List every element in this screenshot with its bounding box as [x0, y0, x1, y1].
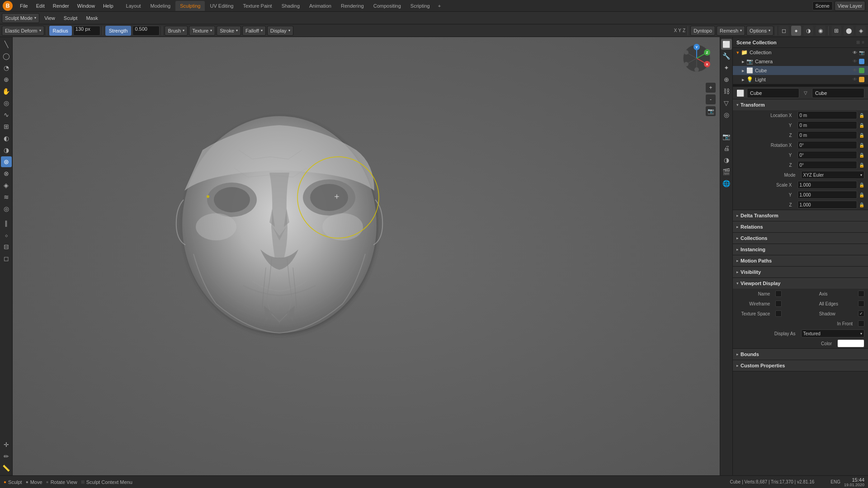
axis-gizmo[interactable]: Y X Z — [681, 42, 712, 74]
texture-dropdown[interactable]: Texture▾ — [189, 26, 215, 36]
relations-header[interactable]: ▸ Relations — [733, 221, 868, 232]
rotation-mode-select[interactable]: XYZ Euler ▾ — [801, 171, 865, 179]
rotation-y-value[interactable]: 0° — [797, 151, 858, 159]
falloff-dropdown[interactable]: Falloff▾ — [242, 26, 266, 36]
transform-header[interactable]: ▾ Transform — [733, 99, 868, 110]
viewport-shading-material[interactable]: ◑ — [803, 26, 813, 36]
prop-modifier-tab[interactable]: 🔧 — [721, 51, 732, 61]
prop-output-tab[interactable]: 🖨 — [721, 143, 732, 154]
axis-checkbox[interactable] — [858, 291, 864, 297]
tab-modeling[interactable]: Modeling — [146, 1, 175, 11]
radius-label[interactable]: Radius — [49, 26, 72, 36]
prop-view-layer-tab[interactable]: ◑ — [721, 155, 732, 165]
tab-animation[interactable]: Animation — [305, 1, 336, 11]
zoom-in-button[interactable]: + — [706, 83, 716, 93]
strength-label[interactable]: Strength — [105, 26, 132, 36]
filter-icon[interactable]: ⊞ — [856, 40, 860, 45]
render-icon[interactable]: 📷 — [859, 50, 864, 55]
scale-y-lock[interactable]: 🔒 — [859, 192, 864, 197]
sculpt-menu[interactable]: Sculpt — [60, 14, 81, 23]
all-edges-checkbox[interactable] — [858, 300, 864, 307]
tool-transform-gizmo[interactable]: ✛ — [1, 439, 12, 450]
scene-name[interactable]: Scene — [812, 1, 833, 10]
tool-fill[interactable]: ⊞ — [1, 121, 12, 132]
tool-snake-hook[interactable]: ◎ — [1, 98, 12, 108]
gizmo-button[interactable]: ⊞ — [831, 26, 841, 36]
tool-thumb[interactable]: ∿ — [1, 109, 12, 120]
display-as-select[interactable]: Textured ▾ — [801, 329, 865, 338]
tool-cloth[interactable]: ≋ — [1, 192, 12, 202]
outline-collection[interactable]: ▾ 📁 Collection 👁 📷 — [733, 48, 868, 57]
tool-pinch[interactable]: ◔ — [1, 62, 12, 73]
in-front-checkbox[interactable] — [858, 320, 864, 327]
tab-sculpting[interactable]: Sculpting — [175, 1, 205, 11]
wireframe-checkbox[interactable] — [775, 300, 782, 307]
tool-pose[interactable]: ⊗ — [1, 168, 12, 179]
prop-scene-tab[interactable]: 🎬 — [721, 166, 732, 177]
scale-x-value[interactable]: 1.000 — [797, 181, 858, 189]
tool-scrape[interactable]: ◐ — [1, 133, 12, 144]
scale-x-lock[interactable]: 🔒 — [859, 183, 864, 188]
mask-menu[interactable]: Mask — [82, 14, 101, 23]
stroke-dropdown[interactable]: Stroke▾ — [217, 26, 241, 36]
tool-lasso-mask[interactable]: ◻ — [1, 253, 12, 264]
cube-vis-icon[interactable]: 👁 — [853, 68, 857, 73]
sculpt-mode-dropdown[interactable]: Sculpt Mode▾ — [2, 13, 39, 23]
viewport-shading-render[interactable]: ◉ — [816, 26, 826, 36]
rotation-z-value[interactable]: 0° — [797, 161, 858, 169]
name-checkbox[interactable] — [775, 291, 782, 297]
instancing-header[interactable]: ▸ Instancing — [733, 244, 868, 255]
menu-render[interactable]: Render — [49, 1, 73, 10]
data-name-field[interactable]: Cube — [812, 88, 864, 98]
bounds-header[interactable]: ▸ Bounds — [733, 349, 868, 360]
motion-paths-header[interactable]: ▸ Motion Paths — [733, 255, 868, 266]
tool-boundary[interactable]: ◈ — [1, 180, 12, 191]
prop-data-tab[interactable]: ▽ — [721, 98, 732, 108]
viewport-shading-solid[interactable]: ● — [791, 26, 801, 36]
tool-mask-draw[interactable]: ∥ — [1, 218, 12, 229]
tab-scripting[interactable]: Scripting — [406, 1, 434, 11]
texture-space-checkbox[interactable] — [775, 310, 782, 317]
location-x-lock[interactable]: 🔒 — [859, 113, 864, 118]
menu-window[interactable]: Window — [74, 1, 99, 10]
rotation-y-lock[interactable]: 🔒 — [859, 153, 864, 158]
rotation-x-lock[interactable]: 🔒 — [859, 143, 864, 148]
tool-draw[interactable]: ╲ — [1, 39, 12, 50]
location-x-value[interactable]: 0 m — [797, 111, 858, 119]
remesh-dropdown[interactable]: Remesh▾ — [717, 26, 745, 36]
custom-properties-header[interactable]: ▸ Custom Properties — [733, 360, 868, 371]
dyntopo-dropdown[interactable]: Dyntopo — [690, 26, 715, 36]
tool-multiplane-scrape[interactable]: ◑ — [1, 145, 12, 155]
location-y-value[interactable]: 0 m — [797, 121, 858, 129]
scale-y-value[interactable]: 1.000 — [797, 191, 858, 199]
visibility-header[interactable]: ▸ Visibility — [733, 267, 868, 277]
tool-box-mask[interactable]: ⊟ — [1, 241, 12, 252]
object-name-field[interactable]: Cube — [747, 88, 799, 98]
prop-world-tab[interactable]: 🌐 — [721, 178, 732, 189]
tab-rendering[interactable]: Rendering — [336, 1, 368, 11]
cam-vis-icon[interactable]: 👁 — [853, 59, 857, 64]
camera-view-button[interactable]: 📷 — [706, 106, 716, 116]
prop-material-tab[interactable]: ◎ — [721, 109, 732, 120]
xray-button[interactable]: ◈ — [856, 26, 866, 36]
options-dropdown[interactable]: Options▾ — [746, 26, 774, 36]
view-menu[interactable]: View — [41, 14, 59, 23]
tool-annotations[interactable]: ✏ — [1, 451, 12, 462]
tool-draw-face-sets[interactable]: ⬦ — [1, 230, 12, 240]
scale-z-value[interactable]: 1.000 — [797, 201, 858, 209]
location-z-value[interactable]: 0 m — [797, 131, 858, 139]
color-swatch[interactable] — [837, 339, 864, 347]
brush-dropdown[interactable]: Brush▾ — [165, 26, 188, 36]
location-z-lock[interactable]: 🔒 — [859, 133, 864, 138]
menu-edit[interactable]: Edit — [33, 1, 48, 10]
light-vis-icon[interactable]: 👁 — [853, 77, 857, 82]
rotation-z-lock[interactable]: 🔒 — [859, 163, 864, 168]
location-y-lock[interactable]: 🔒 — [859, 123, 864, 128]
sort-icon[interactable]: ≡ — [862, 40, 864, 45]
radius-input[interactable]: 130 px — [73, 26, 100, 36]
viewport-display-header[interactable]: ▾ Viewport Display — [733, 278, 868, 289]
delta-transform-header[interactable]: ▸ Delta Transform — [733, 210, 868, 221]
viewport-shading-wire[interactable]: ◻ — [779, 26, 789, 36]
outline-cube[interactable]: ▸ ⬜ Cube 👁 — [733, 66, 868, 75]
view-layer-button[interactable]: View Layer — [835, 1, 865, 11]
